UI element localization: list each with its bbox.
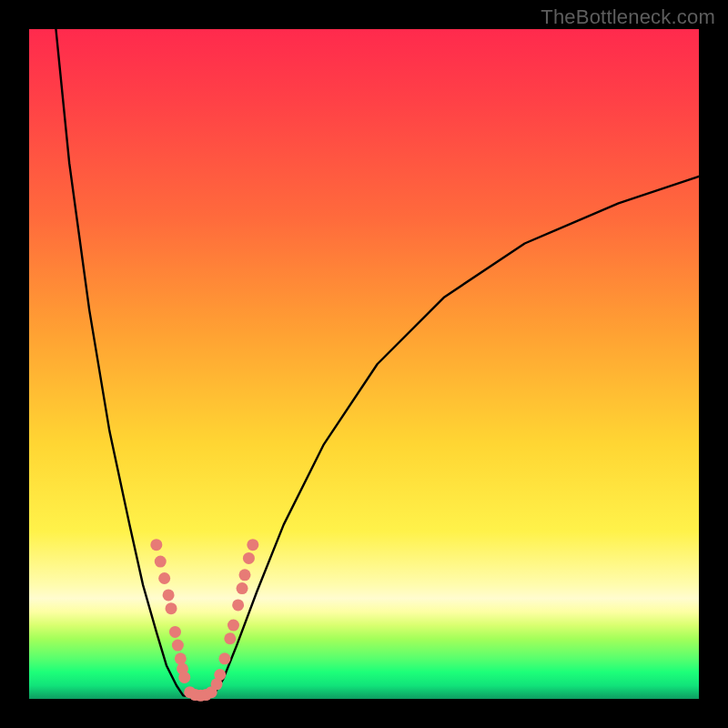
chart-frame: TheBottleneck.com <box>0 0 728 728</box>
highlight-dot <box>237 582 248 594</box>
highlight-dot <box>247 539 258 551</box>
curve-layer <box>29 29 699 699</box>
highlight-dot <box>228 620 239 632</box>
highlight-dot <box>211 678 223 690</box>
highlight-dot <box>243 552 255 564</box>
highlight-dot <box>214 669 226 681</box>
highlight-dot <box>184 686 196 698</box>
highlight-dot <box>189 689 201 701</box>
highlight-dot <box>177 662 188 674</box>
highlight-dot <box>238 569 250 581</box>
plot-area <box>29 29 699 699</box>
highlight-dot <box>178 672 190 683</box>
watermark-text: TheBottleneck.com <box>541 5 715 29</box>
highlight-dot <box>158 572 170 584</box>
highlight-dot <box>155 556 167 568</box>
highlight-dot <box>195 690 207 702</box>
bottleneck-curve <box>56 29 699 697</box>
highlight-dot <box>150 539 162 551</box>
highlight-dot <box>232 599 244 611</box>
highlight-dot <box>172 640 184 652</box>
highlight-dot <box>169 626 181 638</box>
highlight-dot <box>200 689 212 701</box>
highlight-dot <box>206 686 217 698</box>
highlight-dot <box>218 652 230 664</box>
highlight-dot <box>166 602 177 614</box>
highlight-dot <box>224 632 236 644</box>
highlight-dot <box>163 589 175 601</box>
highlight-dot <box>175 652 187 664</box>
